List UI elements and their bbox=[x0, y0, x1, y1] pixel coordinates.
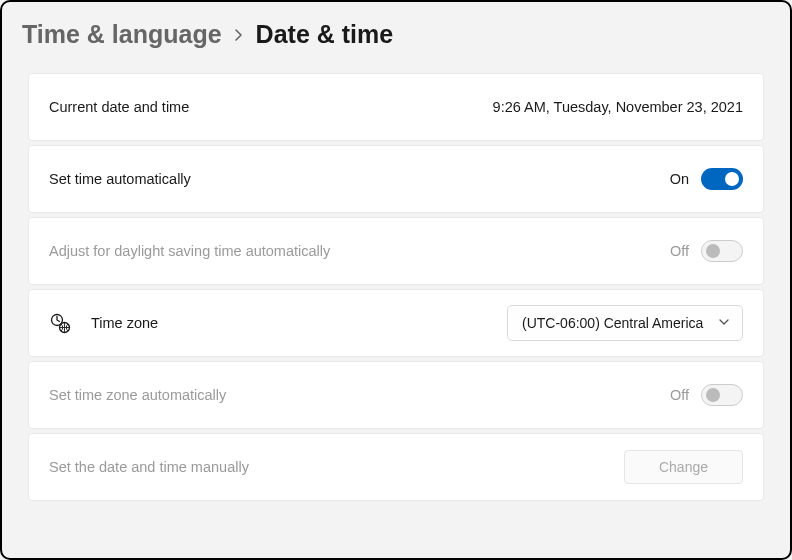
manual-label: Set the date and time manually bbox=[49, 459, 249, 475]
page-title: Date & time bbox=[256, 20, 394, 49]
change-button: Change bbox=[624, 450, 743, 484]
dst-auto-state: Off bbox=[670, 243, 689, 259]
time-zone-dropdown[interactable]: (UTC-06:00) Central America bbox=[507, 305, 743, 341]
tz-auto-label: Set time zone automatically bbox=[49, 387, 226, 403]
dst-auto-label: Adjust for daylight saving time automati… bbox=[49, 243, 330, 259]
set-time-auto-label: Set time automatically bbox=[49, 171, 191, 187]
breadcrumb-parent[interactable]: Time & language bbox=[22, 20, 222, 49]
time-zone-row: Time zone (UTC-06:00) Central America bbox=[28, 289, 764, 357]
set-time-auto-state: On bbox=[670, 171, 689, 187]
dst-auto-row: Adjust for daylight saving time automati… bbox=[28, 217, 764, 285]
chevron-down-icon bbox=[718, 314, 730, 332]
breadcrumb: Time & language Date & time bbox=[2, 2, 790, 63]
tz-auto-state: Off bbox=[670, 387, 689, 403]
set-time-auto-toggle[interactable] bbox=[701, 168, 743, 190]
current-datetime-value: 9:26 AM, Tuesday, November 23, 2021 bbox=[493, 99, 743, 115]
current-datetime-label: Current date and time bbox=[49, 99, 189, 115]
clock-globe-icon bbox=[49, 312, 71, 334]
chevron-right-icon bbox=[234, 27, 244, 45]
current-datetime-row: Current date and time 9:26 AM, Tuesday, … bbox=[28, 73, 764, 141]
dst-auto-toggle bbox=[701, 240, 743, 262]
time-zone-selected: (UTC-06:00) Central America bbox=[522, 315, 703, 331]
manual-row: Set the date and time manually Change bbox=[28, 433, 764, 501]
tz-auto-row: Set time zone automatically Off bbox=[28, 361, 764, 429]
time-zone-label: Time zone bbox=[91, 315, 158, 331]
set-time-auto-row: Set time automatically On bbox=[28, 145, 764, 213]
tz-auto-toggle bbox=[701, 384, 743, 406]
